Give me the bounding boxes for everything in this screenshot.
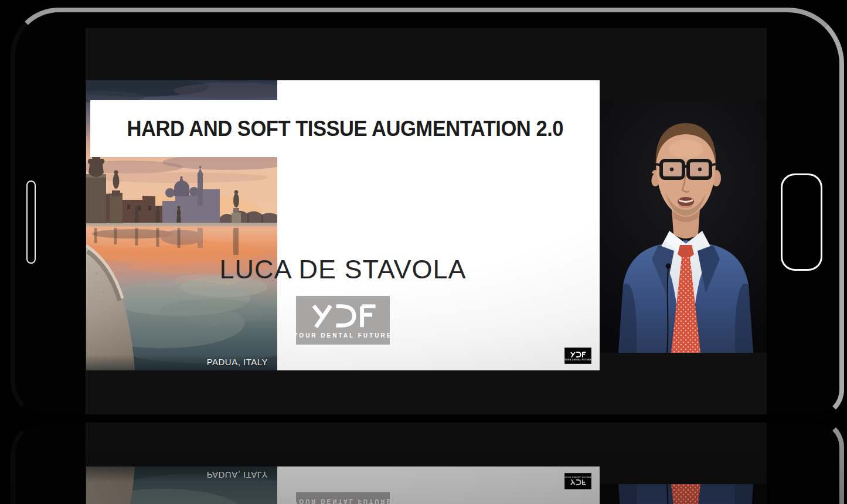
video-player-screen: HARD AND SOFT TISSUE AUGMENTATION 2.0 LU…	[86, 423, 767, 504]
slide-title-box: HARD AND SOFT TISSUE AUGMENTATION 2.0	[90, 100, 600, 157]
speaker-illustration	[600, 100, 767, 353]
presentation-slide: HARD AND SOFT TISSUE AUGMENTATION 2.0 LU…	[86, 80, 600, 370]
tablet-device-reflection-copy: HARD AND SOFT TISSUE AUGMENTATION 2.0 LU…	[11, 419, 844, 504]
ydf-badge-logo: YDF YOUR DENTAL FUTURE	[564, 473, 591, 489]
reflection-mirror: HARD AND SOFT TISSUE AUGMENTATION 2.0 LU…	[0, 417, 847, 504]
photo-caption: PADUA, ITALY	[86, 470, 277, 480]
ydf-logo: YDF YOUR DENTAL FUTURE	[296, 492, 390, 504]
ydf-logo-glyphs: YDF	[308, 302, 377, 329]
ydf-badge-tagline: YOUR DENTAL FUTURE	[564, 359, 591, 361]
speaker-illustration	[600, 484, 767, 504]
ydf-logo: YDF YOUR DENTAL FUTURE	[296, 296, 390, 345]
ydf-badge-tagline: YOUR DENTAL FUTURE	[564, 476, 591, 479]
presentation-slide: HARD AND SOFT TISSUE AUGMENTATION 2.0 LU…	[86, 466, 600, 504]
ydf-badge-logo: YDF YOUR DENTAL FUTURE	[564, 348, 591, 364]
photo-caption: PADUA, ITALY	[86, 357, 277, 367]
presenter-name: LUCA DE STAVOLA	[86, 254, 600, 285]
phone-mockup: HARD AND SOFT TISSUE AUGMENTATION 2.0 LU…	[0, 0, 847, 504]
side-button-left	[26, 181, 36, 264]
side-button-right	[781, 173, 822, 271]
speaker-video	[600, 484, 767, 504]
slide-title: HARD AND SOFT TISSUE AUGMENTATION 2.0	[127, 117, 563, 141]
tablet-device: HARD AND SOFT TISSUE AUGMENTATION 2.0 LU…	[11, 8, 844, 418]
ydf-badge-glyphs: YDF	[570, 351, 586, 358]
ydf-logo-tagline: YOUR DENTAL FUTURE	[294, 499, 393, 504]
device-reflection: HARD AND SOFT TISSUE AUGMENTATION 2.0 LU…	[0, 417, 847, 504]
ydf-badge-glyphs: YDF	[570, 479, 586, 486]
video-player-screen[interactable]: HARD AND SOFT TISSUE AUGMENTATION 2.0 LU…	[86, 28, 767, 414]
ydf-logo-tagline: YOUR DENTAL FUTURE	[294, 332, 393, 339]
speaker-video	[600, 100, 767, 353]
